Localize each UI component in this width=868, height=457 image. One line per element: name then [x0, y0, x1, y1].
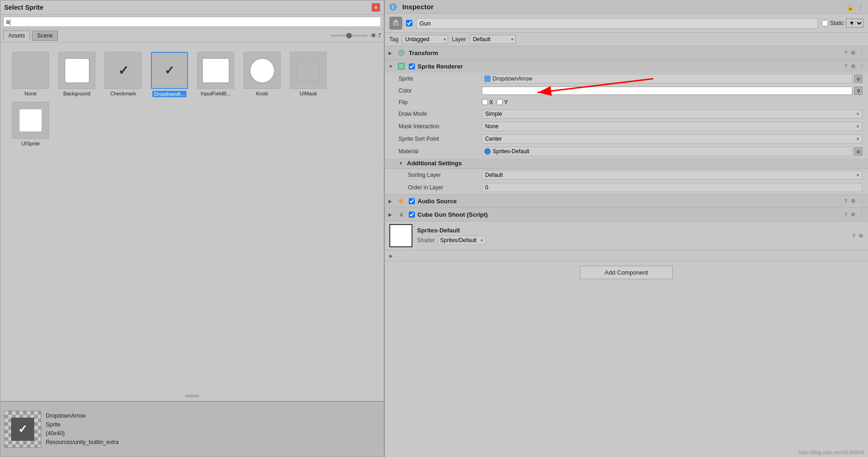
shader-label: Shader	[417, 237, 435, 244]
sprite-item-uimask[interactable]: UIMask	[287, 52, 329, 97]
background-shape	[64, 58, 90, 83]
flip-x-checkbox[interactable]	[482, 99, 488, 105]
checkmark-icon: ✓	[118, 63, 129, 78]
layer-dropdown-wrapper: Default	[469, 35, 516, 44]
flip-x-group: X	[482, 99, 493, 106]
draw-mode-prop-label: Draw Mode	[399, 111, 482, 117]
resize-handle[interactable]	[185, 394, 199, 397]
sprite-thumb-none	[12, 52, 49, 89]
order-in-layer-row: Order in Layer	[385, 182, 868, 194]
preview-checkmark-icon: ✓	[18, 423, 27, 436]
sprite-prop-row: Sprite DropdownArrow ⊙	[385, 73, 868, 85]
add-component-button[interactable]: Add Component	[580, 266, 673, 279]
static-checkbox[interactable]	[822, 20, 828, 26]
script-settings-btn[interactable]: ⚙	[851, 212, 856, 218]
close-button[interactable]: ×	[372, 3, 380, 12]
sprites-default-expand-row: ▶	[385, 250, 868, 261]
sprite-item-uisprite[interactable]: UISprite	[10, 102, 51, 146]
material-prop-row: Material Sprites-Default ⊙	[385, 145, 868, 158]
sprite-renderer-more-btn[interactable]: ⋮	[859, 63, 864, 69]
selected-sprite-name: DropdownArrow	[46, 412, 119, 420]
sprite-item-dropdownarrow[interactable]: ✓ DropdownA...	[149, 52, 190, 97]
cube-gun-shoot-header[interactable]: ▶ # Cube Gun Shoot (Script) ? ⚙ ⋮	[385, 208, 868, 221]
script-help-btn[interactable]: ?	[844, 212, 847, 217]
sprite-sort-point-dropdown[interactable]: Center	[482, 134, 862, 144]
tab-scene[interactable]: Scene	[32, 31, 58, 41]
tag-dropdown[interactable]: Untagged	[402, 35, 448, 44]
sprite-renderer-header[interactable]: ▼ Sprite Renderer ? ⚙ ⋮	[385, 60, 868, 73]
audio-source-actions: ? ⚙ ⋮	[844, 198, 864, 204]
svg-rect-7	[399, 64, 404, 69]
material-icon	[484, 148, 491, 155]
flip-prop-value: X Y	[482, 99, 862, 106]
sprite-renderer-checkbox[interactable]	[409, 63, 415, 69]
sprite-item-knob[interactable]: Knob	[241, 52, 283, 97]
sorting-layer-value: Default	[482, 170, 862, 180]
sprites-default-settings-btn[interactable]: ⚙	[859, 233, 863, 239]
sprite-thumb-background	[58, 52, 95, 89]
script-icon: #	[397, 210, 406, 219]
material-pick-btn[interactable]: ⊙	[854, 147, 862, 156]
flip-y-group: Y	[497, 99, 508, 106]
transform-icon	[397, 48, 406, 57]
additional-settings-arrow: ▼	[399, 161, 404, 166]
sorting-layer-dropdown[interactable]: Default	[482, 170, 862, 180]
audio-source-section: ▶ Audio Source ? ⚙ ⋮	[385, 194, 868, 208]
mask-interaction-dropdown[interactable]: None	[482, 122, 862, 131]
transform-help-btn[interactable]: ?	[844, 50, 847, 56]
object-enabled-checkbox[interactable]	[406, 20, 412, 26]
transform-more-btn[interactable]: ⋮	[859, 50, 864, 56]
flip-y-checkbox[interactable]	[497, 99, 503, 105]
audio-source-checkbox[interactable]	[409, 198, 415, 204]
cube-gun-shoot-checkbox[interactable]	[409, 212, 415, 218]
audio-settings-btn[interactable]: ⚙	[851, 198, 856, 204]
more-icon[interactable]: ⋮	[858, 4, 863, 10]
sprite-item-background[interactable]: Background	[56, 52, 98, 97]
audio-help-btn[interactable]: ?	[844, 198, 847, 204]
transform-settings-btn[interactable]: ⚙	[851, 50, 856, 56]
audio-source-header[interactable]: ▶ Audio Source ? ⚙ ⋮	[385, 194, 868, 207]
transform-header[interactable]: ▶ Transform ? ⚙ ⋮	[385, 46, 868, 59]
sprite-renderer-help-btn[interactable]: ?	[844, 63, 847, 69]
lock-icon[interactable]: 🔒	[846, 3, 854, 11]
cube-gun-shoot-expand-arrow: ▶	[388, 212, 394, 217]
audio-more-btn[interactable]: ⋮	[859, 198, 864, 204]
sprite-item-inputfieldb[interactable]: InputFieldB...	[195, 52, 237, 97]
sprite-item-none[interactable]: None	[10, 52, 51, 97]
static-dropdown[interactable]: ▼	[846, 19, 863, 28]
select-sprite-panel: Select Sprite × Assets Scene 👁 7 None	[0, 0, 384, 457]
sprite-renderer-title: Sprite Renderer	[418, 63, 842, 70]
material-field: Sprites-Default	[482, 147, 852, 156]
order-in-layer-value	[482, 183, 862, 192]
sprite-pick-btn[interactable]: ⊙	[854, 75, 862, 83]
sprites-default-thumb	[389, 224, 412, 247]
script-more-btn[interactable]: ⋮	[859, 212, 864, 218]
sprite-item-checkmark[interactable]: ✓ Checkmark	[102, 52, 144, 97]
color-swatch[interactable]	[482, 87, 852, 95]
material-prop-value: Sprites-Default ⊙	[482, 147, 862, 156]
sprite-sort-point-prop-value: Center	[482, 134, 862, 144]
sprites-default-expand-arrow[interactable]: ▶	[389, 253, 393, 258]
draw-mode-dropdown[interactable]: Simple	[482, 109, 862, 119]
sprite-field-icon	[484, 75, 491, 82]
material-prop-label: Material	[399, 148, 482, 155]
flip-prop-row: Flip X Y	[385, 97, 868, 108]
draw-mode-prop-row: Draw Mode Simple	[385, 108, 868, 120]
sprite-preview: ✓	[4, 411, 41, 448]
layer-dropdown[interactable]: Default	[469, 35, 516, 44]
tab-assets[interactable]: Assets	[3, 31, 30, 41]
transform-title: Transform	[409, 50, 842, 56]
sprites-default-help-btn[interactable]: ?	[852, 233, 855, 239]
color-pick-btn[interactable]: ⚲	[854, 87, 862, 95]
sprite-renderer-settings-btn[interactable]: ⚙	[851, 63, 856, 69]
transform-svg-icon	[398, 49, 405, 56]
additional-settings-divider[interactable]: ▼ Additional Settings	[385, 158, 868, 169]
shader-dropdown[interactable]: Sprites/Default	[438, 236, 486, 245]
order-in-layer-input[interactable]	[482, 183, 862, 192]
mask-interaction-prop-row: Mask Interaction None	[385, 120, 868, 133]
size-slider[interactable]	[331, 35, 368, 37]
inspector-title: Inspector	[402, 3, 843, 11]
sprite-label-knob: Knob	[256, 91, 268, 96]
search-input[interactable]	[3, 17, 381, 27]
object-name-input[interactable]	[416, 18, 818, 29]
